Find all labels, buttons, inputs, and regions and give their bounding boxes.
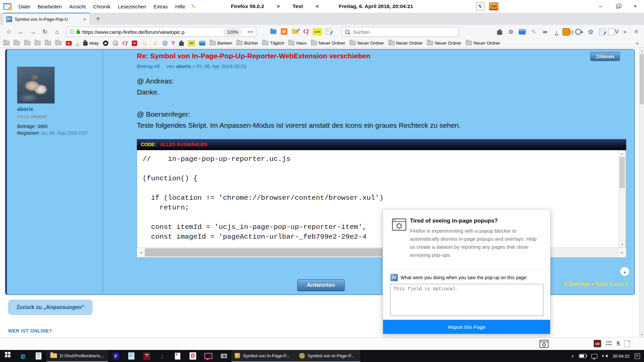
new-tab-button[interactable]: + <box>93 14 103 23</box>
search-bar[interactable] <box>342 27 459 37</box>
red-arrow-icon[interactable]: ↓ <box>154 350 170 362</box>
vimperator-v-icon[interactable]: V <box>608 26 619 38</box>
scroll-down-icon[interactable]: ▾ <box>639 332 644 337</box>
report-page-button[interactable]: Report this Page <box>383 320 550 334</box>
scroll-left-icon[interactable]: ◂ <box>137 248 145 257</box>
camp-firefox-cf-icon[interactable]: Cf <box>122 40 127 47</box>
popup-comment-textarea[interactable] <box>390 284 543 316</box>
red-tool-icon[interactable] <box>139 350 154 362</box>
puzzle-icon[interactable] <box>179 40 184 47</box>
menu-item[interactable]: Datei <box>15 4 34 9</box>
menu-item[interactable]: Extras <box>150 4 172 9</box>
tray-chevron-icon[interactable]: ∧ <box>571 354 574 358</box>
bookmark-folder-neuer-ordner[interactable]: Neuer Ordner <box>311 40 345 47</box>
firefox-window-button[interactable]: Symbol von In-Page-P... <box>296 350 360 362</box>
red-d-icon[interactable]: D <box>185 350 201 362</box>
post-author-link[interactable]: aborix <box>176 63 191 69</box>
quickedit-pencil-icon[interactable]: ✎ <box>191 3 196 10</box>
scroll-right-icon[interactable]: ▸ <box>618 248 626 257</box>
close-button[interactable]: × <box>627 0 644 13</box>
bookmark-folder[interactable] <box>24 40 30 47</box>
s-badge-icon[interactable]: S <box>616 340 620 347</box>
notification-center-icon[interactable] <box>635 353 640 359</box>
select-all-link[interactable]: ALLES AUSWÄHLEN <box>160 142 207 147</box>
back-icon[interactable]: ← <box>15 26 27 38</box>
author-username-link[interactable]: aborix <box>17 106 33 112</box>
b64-icon[interactable]: b64 <box>188 40 195 47</box>
freecommander-f-icon[interactable]: F <box>108 350 123 362</box>
pink-monitor-icon[interactable] <box>201 350 216 362</box>
menu-item[interactable]: Ansicht <box>66 4 90 9</box>
bookmark-folder-taeglich[interactable]: Täglich <box>262 40 284 47</box>
scroll-down-icon[interactable]: ▾ <box>619 241 626 247</box>
extensions-puzzle-icon[interactable] <box>494 26 505 38</box>
ub-badge-icon[interactable]: ub <box>594 340 601 347</box>
scrollbar-thumb[interactable] <box>640 54 644 104</box>
camera-icon[interactable] <box>216 350 231 362</box>
blue-folder-icon[interactable] <box>268 26 279 37</box>
red-3c-icon[interactable]: 3c <box>132 40 137 47</box>
grid-icon[interactable] <box>605 340 612 347</box>
bookmark-folder-neuer-ordner[interactable]: Neuer Ordner <box>388 40 423 47</box>
bookmark-folder-neuer-ordner[interactable]: Neuer Ordner <box>350 40 384 47</box>
restore-button[interactable] <box>609 0 627 13</box>
notes-edit-icon[interactable] <box>596 26 608 38</box>
overflow-chevron-icon[interactable]: » <box>619 26 631 38</box>
bookmark-folder-haus[interactable]: Haus <box>288 40 306 47</box>
reload-icon[interactable]: ↻ <box>39 26 51 38</box>
scrollbar-thumb[interactable] <box>145 248 423 256</box>
zoom-level-indicator[interactable]: 120% <box>223 28 242 36</box>
code-horizontal-scrollbar[interactable]: ◂ ▸ <box>137 247 626 257</box>
url-bar[interactable]: ⓘ https://www.camp-firefox.de/forum/view… <box>66 27 256 37</box>
container-mask-icon[interactable]: ∞ <box>539 26 551 38</box>
quote-button[interactable]: Zitieren <box>590 52 620 61</box>
scroll-to-top-button[interactable]: ▲ <box>620 267 629 276</box>
download-arrow-icon[interactable]: ↓ <box>76 40 79 47</box>
edge-icon[interactable]: e <box>15 350 31 362</box>
bookmark-folder[interactable] <box>14 40 20 47</box>
post-number[interactable]: Beitrag #6 <box>137 63 160 69</box>
post-title-link[interactable]: Re: Symbol von In-Page-Pop-Up-Reporter-W… <box>137 52 370 60</box>
home-icon[interactable]: ⌂ <box>51 26 63 38</box>
bookmark-folder[interactable] <box>3 40 9 47</box>
gray-ball-icon[interactable] <box>113 40 118 47</box>
youtube-icon[interactable]: ▶ <box>66 40 72 47</box>
bookmark-folder-neuer-ordner[interactable]: Neuer Ordner <box>466 40 500 47</box>
orange-q-icon[interactable]: Q <box>562 26 574 38</box>
scroll-up-icon[interactable]: ▴ <box>619 150 626 157</box>
camp-firefox-icon[interactable]: Cf <box>301 26 312 37</box>
stylus-brush-icon[interactable]: ✎ <box>528 26 539 38</box>
start-button[interactable] <box>0 350 15 362</box>
telekom-t-icon[interactable]: T <box>172 40 175 47</box>
scrollbar-thumb[interactable] <box>620 157 625 188</box>
search-input[interactable] <box>352 29 456 35</box>
css-badge-icon[interactable]: CSS <box>489 2 498 10</box>
ebay-bag-icon[interactable]: ebay <box>83 40 99 47</box>
notepad-icon[interactable] <box>123 350 139 362</box>
back-to-forum-button[interactable]: Zurück zu „Anpassungen“ <box>8 300 93 315</box>
bookmark-folder[interactable] <box>55 40 61 47</box>
blue-window-icon[interactable] <box>199 40 205 47</box>
page-actions-icon[interactable]: ••• <box>248 29 253 35</box>
smiley-icon[interactable]: ☺ <box>152 40 158 47</box>
github-icon[interactable] <box>103 40 108 47</box>
media-play-icon[interactable]: ▶ <box>574 26 585 38</box>
bookmark-folder-banken[interactable]: Banken <box>210 40 232 47</box>
notes-doc-icon[interactable] <box>31 350 46 362</box>
tab-active[interactable]: Fx Symbol von In-Page-Pop-U × <box>3 13 90 25</box>
https-lock-icon[interactable] <box>76 31 80 34</box>
notes-page-icon[interactable] <box>323 26 334 37</box>
downloads-icon[interactable]: ↓ <box>551 26 562 38</box>
yellow-folder-edit-icon[interactable] <box>289 26 301 37</box>
bookmark-star-icon[interactable]: ☆ <box>3 26 15 38</box>
css-highlighted-icon[interactable]: CSS <box>313 28 322 35</box>
smiley-icon[interactable]: ☺ <box>142 40 148 47</box>
bookmark-folder-neuer-ordner[interactable]: Neuer Ordner <box>427 40 461 47</box>
v-badge-icon[interactable]: V <box>476 2 484 10</box>
code-vertical-scrollbar[interactable]: ▴ ▾ <box>619 150 626 247</box>
menu-item[interactable]: Bearbeiten <box>34 4 66 9</box>
volume-icon[interactable] <box>604 354 607 358</box>
menu-item[interactable]: Lesezeichen <box>114 4 150 9</box>
popup-reporter-anchor-icon[interactable] <box>539 340 549 349</box>
menu-hamburger-icon[interactable]: ≡ <box>631 26 642 38</box>
